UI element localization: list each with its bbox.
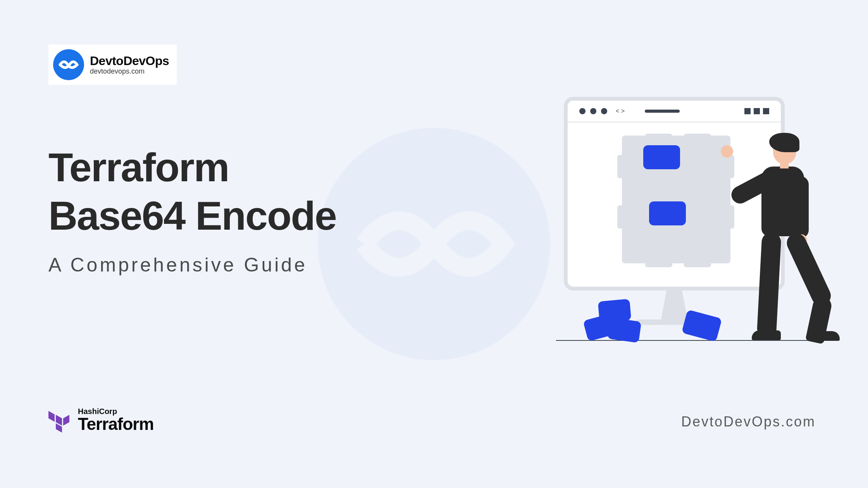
block <box>598 299 631 323</box>
browser-dot <box>590 108 596 114</box>
person-illustration <box>723 134 839 343</box>
logo-title: DevtoDevOps <box>90 54 169 68</box>
title-line-1: Terraform <box>48 145 229 190</box>
browser-dot <box>601 108 607 114</box>
block <box>682 309 722 342</box>
browser-dot <box>579 108 586 114</box>
terraform-product: Terraform <box>78 414 154 434</box>
browser-menu-icon <box>744 108 769 114</box>
brand-logo: DevtoDevOps devtodevops.com <box>48 45 177 85</box>
background-watermark <box>318 128 550 360</box>
block <box>649 201 686 225</box>
logo-subtitle: devtodevops.com <box>90 67 169 76</box>
terraform-icon <box>48 409 70 433</box>
brand-url: DevtoDevOps.com <box>681 414 816 430</box>
svg-point-0 <box>318 128 550 360</box>
infinity-icon <box>53 49 84 80</box>
subtitle: A Comprehensive Guide <box>48 254 336 276</box>
illustration: < > <box>564 97 820 345</box>
main-title: Terraform Base64 Encode <box>48 143 336 240</box>
main-content: Terraform Base64 Encode A Comprehensive … <box>48 143 336 276</box>
title-line-2: Base64 Encode <box>48 193 336 238</box>
browser-header: < > <box>568 101 781 122</box>
block <box>643 145 680 169</box>
address-bar-line <box>645 110 680 113</box>
code-icon: < > <box>616 108 625 115</box>
terraform-logo: HashiCorp Terraform <box>48 407 154 434</box>
